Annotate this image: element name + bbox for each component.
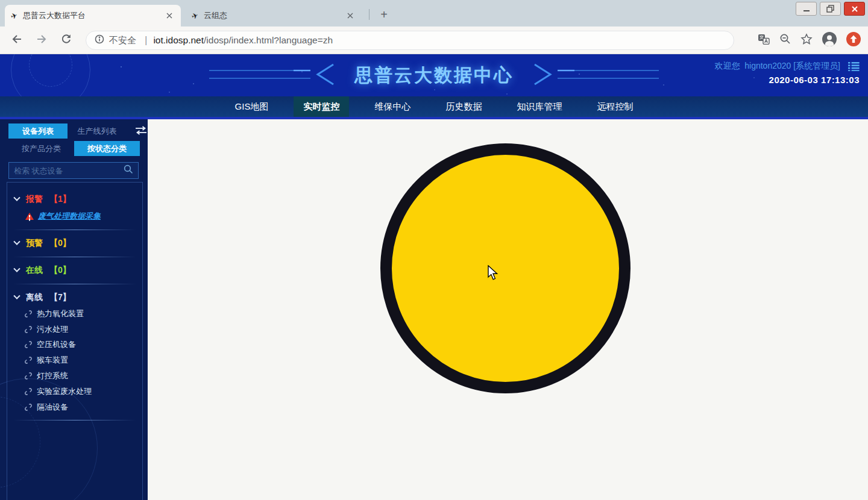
header-decoration-dots	[121, 66, 122, 67]
page-title: 思普云大数据中心	[354, 63, 514, 88]
tab-by-product[interactable]: 按产品分类	[8, 141, 74, 156]
broken-link-icon	[24, 325, 33, 334]
reload-button[interactable]	[60, 33, 72, 48]
nav-item-realtime-monitor[interactable]: 实时监控	[294, 96, 349, 117]
nav-item-maintenance-center[interactable]: 维保中心	[365, 96, 420, 117]
divider	[13, 284, 136, 284]
tree-section-alarm[interactable]: 报警 【1】	[7, 191, 142, 208]
info-icon[interactable]	[95, 34, 104, 46]
alarm-device-link[interactable]: 废气处理数据采集	[38, 211, 101, 222]
chevron-down-icon[interactable]	[13, 239, 20, 245]
tab-close-icon[interactable]	[164, 10, 175, 21]
address-bar[interactable]: 不安全 | iot.idosp.net/idosp/index.html?lan…	[86, 31, 734, 50]
divider	[13, 420, 136, 420]
search-icon[interactable]	[124, 164, 133, 177]
chevron-down-icon[interactable]	[13, 266, 20, 272]
tab-title: 思普云大数据平台	[23, 10, 164, 21]
device-item[interactable]: 灯控系统	[7, 368, 142, 384]
warning-count: 【0】	[49, 238, 71, 249]
chevron-down-icon[interactable]	[13, 293, 20, 299]
tree-section-warning[interactable]: 预警 【0】	[7, 235, 142, 252]
device-item[interactable]: 隔油设备	[7, 399, 142, 415]
url-domain: iot.idosp.net	[153, 35, 204, 46]
nav-item-remote-control[interactable]: 远程控制	[587, 96, 643, 117]
broken-link-icon	[24, 387, 33, 396]
minimize-button[interactable]	[796, 2, 817, 16]
search-input[interactable]	[14, 166, 124, 175]
tree-section-online[interactable]: 在线 【0】	[7, 262, 142, 279]
nav-item-history-data[interactable]: 历史数据	[436, 96, 491, 117]
tab-title: 云组态	[204, 10, 345, 21]
mouse-cursor	[487, 265, 500, 283]
window-controls	[796, 2, 865, 16]
address-separator: |	[145, 34, 147, 46]
url-path: /idosp/index.html?language=zh	[204, 35, 333, 46]
broken-link-icon	[24, 372, 33, 380]
avatar-icon[interactable]	[822, 32, 837, 49]
tab-device-list[interactable]: 设备列表	[8, 123, 68, 139]
main-navigation: GIS地图 实时监控 维保中心 历史数据 知识库管理 远程控制	[0, 96, 868, 119]
title-ornament-right	[523, 62, 659, 89]
alarm-count: 【1】	[49, 194, 71, 205]
device-item[interactable]: 实验室废水处理	[7, 384, 142, 399]
browser-toolbar: 不安全 | iot.idosp.net/idosp/index.html?lan…	[0, 27, 868, 54]
device-sidebar: 设备列表 生产线列表 按产品分类 按状态分类	[0, 119, 148, 500]
translate-icon[interactable]	[758, 34, 770, 47]
tab-by-status[interactable]: 按状态分类	[74, 141, 140, 156]
nav-item-gis-map[interactable]: GIS地图	[225, 96, 278, 117]
browser-tab-active[interactable]: ✈ 思普云大数据平台	[5, 5, 181, 27]
restore-button[interactable]	[820, 2, 841, 16]
page-header: 思普云大数据中心 欢迎您 hignton2020 [系统管理员] 2020-06…	[0, 54, 868, 96]
device-search-box[interactable]	[8, 162, 139, 179]
title-ornament-left	[209, 62, 345, 89]
tree-section-offline[interactable]: 离线 【7】	[7, 289, 142, 306]
browser-update-icon[interactable]	[846, 32, 861, 49]
tab-separator	[369, 9, 370, 20]
chevron-down-icon[interactable]	[13, 195, 20, 201]
browser-tab-strip: ✈ 思普云大数据平台 ✈ 云组态 +	[0, 0, 868, 27]
broken-link-icon	[24, 403, 33, 411]
broken-link-icon	[24, 356, 33, 364]
offline-count: 【7】	[49, 292, 71, 303]
status-indicator-circle[interactable]	[380, 143, 631, 393]
close-button[interactable]	[844, 2, 865, 16]
device-item[interactable]: 热力氧化装置	[7, 306, 142, 322]
datetime-display: 2020-06-03 17:13:03	[769, 75, 860, 85]
tab-favicon-icon: ✈	[10, 10, 19, 21]
online-count: 【0】	[49, 265, 71, 276]
divider	[13, 230, 136, 230]
device-item[interactable]: 空压机设备	[7, 337, 142, 353]
broken-link-icon	[24, 340, 33, 349]
security-label: 不安全	[109, 35, 136, 46]
bookmark-star-icon[interactable]	[800, 33, 813, 48]
broken-link-icon	[24, 310, 33, 318]
tab-close-icon[interactable]	[345, 10, 356, 21]
new-tab-button[interactable]: +	[376, 7, 392, 22]
device-tree: 报警 【1】 废气处理数据采集 预警 【0】 在线 【0】	[7, 182, 143, 500]
tab-favicon-icon: ✈	[190, 10, 200, 21]
webpage: 思普云大数据中心 欢迎您 hignton2020 [系统管理员] 2020-06…	[0, 54, 868, 500]
zoom-icon[interactable]	[779, 33, 791, 47]
back-button[interactable]	[11, 33, 23, 48]
scada-canvas	[148, 119, 868, 500]
device-item[interactable]: 污水处理	[7, 322, 142, 337]
tab-production-line-list[interactable]: 生产线列表	[68, 123, 127, 139]
welcome-user-text: 欢迎您 hignton2020 [系统管理员]	[714, 61, 840, 72]
alarm-device-item[interactable]: 废气处理数据采集	[7, 208, 142, 225]
nav-item-knowledge-base[interactable]: 知识库管理	[507, 96, 571, 117]
swap-icon[interactable]	[135, 126, 147, 137]
user-menu-icon[interactable]	[848, 61, 860, 73]
browser-tab-inactive[interactable]: ✈ 云组态	[186, 5, 362, 27]
divider	[13, 257, 136, 257]
device-item[interactable]: 猴车装置	[7, 352, 142, 368]
forward-button[interactable]	[36, 33, 48, 48]
warning-triangle-icon	[25, 213, 34, 220]
